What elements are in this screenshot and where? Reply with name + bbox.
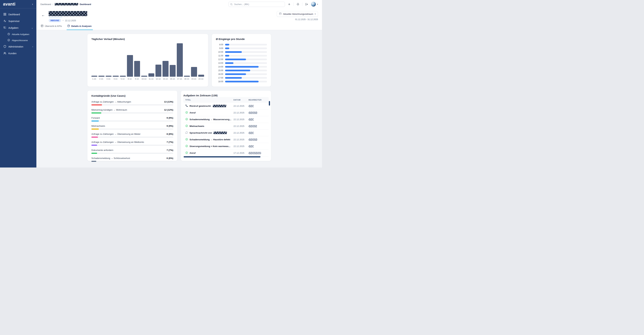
bar-track (225, 44, 267, 46)
layout-table-icon (41, 25, 44, 28)
cards-wrapper: Täglicher Verlauf (Minuten) 1.12. 2.12. (87, 34, 271, 161)
back-button[interactable]: ← (40, 13, 46, 17)
check-circle-icon (185, 111, 188, 114)
phone-icon (185, 104, 188, 108)
users-icon (3, 52, 6, 55)
notifications-bell-button[interactable] (296, 2, 300, 6)
x-axis-tick-label: 12.12. (156, 78, 161, 80)
user-avatar[interactable] (311, 2, 316, 7)
horizontal-scrollbar-thumb[interactable] (184, 156, 260, 157)
table-row[interactable]: Schadensmeldung → Wasserversorg... 22.12… (183, 116, 269, 123)
hour-label: 10:00 (216, 51, 223, 53)
sidebar-item-administration[interactable]: Administration › (2, 43, 35, 50)
search-input[interactable] (228, 2, 285, 7)
breadcrumb-separator: / (53, 3, 53, 6)
bar-fill (225, 77, 242, 79)
task-title: Anruf (190, 111, 196, 114)
hour-label: 12:00 (216, 58, 223, 61)
x-axis-tick-label: 16.12. (170, 78, 176, 80)
sidebar-item-label: Abgeschlossene (12, 39, 28, 42)
sidebar-item-label: Supervisor (8, 20, 20, 23)
task-date: 22.12.2025 (234, 132, 248, 134)
hour-row: 12:00 (216, 58, 267, 61)
use-case-value: 8 (8%) (166, 133, 173, 135)
column-header-titel: TITEL (183, 99, 234, 101)
sidebar-item-dashboard[interactable]: Dashboard (2, 11, 35, 18)
chevron-down-icon: ⌄ (31, 27, 33, 29)
use-case-item: Anfrage zu Zahlungen → Abbuchungen 13 (1… (92, 101, 173, 105)
sidebar-item-abgeschlossene[interactable]: Abgeschlossene (2, 37, 35, 43)
table-row[interactable]: Sprachnachricht von 22.12.2025 (183, 130, 269, 136)
hour-row: 13:00 (216, 61, 267, 65)
use-case-value: 9 (9%) (166, 117, 173, 119)
bar-fill (225, 73, 246, 75)
bar (106, 76, 112, 77)
billing-period-label: Aktueller Abrechnungszeitraum (283, 13, 313, 15)
daily-minutes-card: Täglicher Verlauf (Minuten) 1.12. 2.12. (87, 34, 208, 87)
vertical-scrollbar-thumb[interactable] (269, 101, 270, 106)
sidebar-item-aktuelle-aufgaben[interactable]: Aktuelle Aufgaben (2, 31, 35, 37)
daily-bar-chart: 1.12. 2.12. 3.12. 4.12. (92, 43, 204, 80)
use-case-label: Mietvertrag kündigen → Wohnraum (92, 109, 129, 111)
task-bearbeiter-cell (248, 152, 269, 154)
table-row[interactable]: Anruf 17.12.2025 (183, 150, 269, 156)
bullet-separator: • (63, 19, 64, 22)
chevron-down-icon: ▾ (314, 13, 316, 15)
table-row[interactable]: Schadensmeldung → Haustüre defekt 22.12.… (183, 136, 269, 143)
topbar-actions: ▾ (228, 2, 318, 7)
hour-label: 13:00 (216, 62, 223, 64)
x-axis-tick-label: 18.12. (184, 78, 190, 80)
inbound-status-badge: INBOUND (49, 19, 61, 22)
breadcrumb-redacted-text (55, 3, 78, 5)
cards-row-bottom: Kontaktgründe (Use Cases) Anfrage zu Zah… (87, 91, 271, 161)
card-title: Täglicher Verlauf (Minuten) (92, 38, 204, 41)
use-case-label: Mietnachweis (92, 125, 107, 127)
task-title: Sprachnachricht von (190, 132, 212, 134)
logout-button[interactable] (304, 2, 309, 6)
breadcrumb-dashboard-link[interactable]: Dashboard (40, 3, 51, 6)
avanti-logo: avanti (3, 2, 16, 7)
badge-row: INBOUND • 22.12.2025 (49, 19, 87, 22)
bearbeiter-redacted (248, 118, 254, 121)
task-date: 22.12.2025 (234, 111, 248, 114)
column-header-bearbeiter: BEARBEITER (248, 99, 269, 101)
hour-row: 17:00 (216, 76, 267, 80)
task-bearbeiter-cell (248, 138, 269, 141)
bar-column: 16.12. (170, 43, 176, 80)
table-row[interactable]: Stoerungsmeldung > Kein warmwas... 22.12… (183, 143, 269, 150)
x-axis-tick-label: 15.12. (163, 78, 168, 80)
table-row[interactable]: Rückruf gewünscht: 22.12.2025 (183, 103, 269, 109)
add-button[interactable] (287, 2, 291, 6)
task-title: Anruf (190, 152, 196, 154)
calendar-icon (279, 13, 282, 16)
sidebar-item-kunden[interactable]: Kunden (2, 50, 35, 57)
tab-uebersicht-kpis[interactable]: Übersicht & KPIs (40, 23, 62, 30)
task-date: 22.12.2025 (234, 138, 248, 141)
billing-period-dropdown[interactable]: Aktueller Abrechnungszeitraum ▾ (277, 11, 318, 17)
task-bearbeiter-cell (248, 118, 269, 121)
bar-track (225, 77, 267, 79)
user-menu[interactable]: ▾ (311, 2, 318, 7)
x-axis-tick-label: 4.12. (114, 78, 118, 80)
clock-icon (8, 33, 10, 36)
sidebar-item-supervisor[interactable]: Supervisor (2, 18, 35, 25)
bar-fill (225, 70, 250, 71)
progress-fill (92, 104, 102, 105)
cards-row-top: Täglicher Verlauf (Minuten) 1.12. 2.12. (87, 34, 271, 87)
sidebar-item-aufgaben[interactable]: Aufgaben ⌄ (2, 25, 35, 31)
sidebar-collapse-button[interactable]: ‹ (31, 2, 34, 6)
table-row[interactable]: Mietnachweis 22.12.2025 (183, 123, 269, 130)
tab-details-analysen[interactable]: Details & Analysen (67, 23, 92, 30)
check-circle-icon (185, 145, 188, 148)
chevron-right-icon: › (32, 46, 33, 48)
hour-label: 14:00 (216, 66, 223, 68)
hour-label: 11:00 (216, 55, 223, 57)
bar (162, 61, 168, 77)
use-case-item: Schadensmeldung → Schlüsselverlust 6 (6%… (92, 157, 173, 162)
bar-column: 4.12. (113, 43, 118, 80)
bar (134, 61, 140, 77)
hour-label: 8:00 (216, 44, 223, 46)
table-row[interactable]: Anruf 22.12.2025 (183, 109, 269, 116)
bar (198, 75, 204, 77)
progress-fill (92, 161, 96, 162)
